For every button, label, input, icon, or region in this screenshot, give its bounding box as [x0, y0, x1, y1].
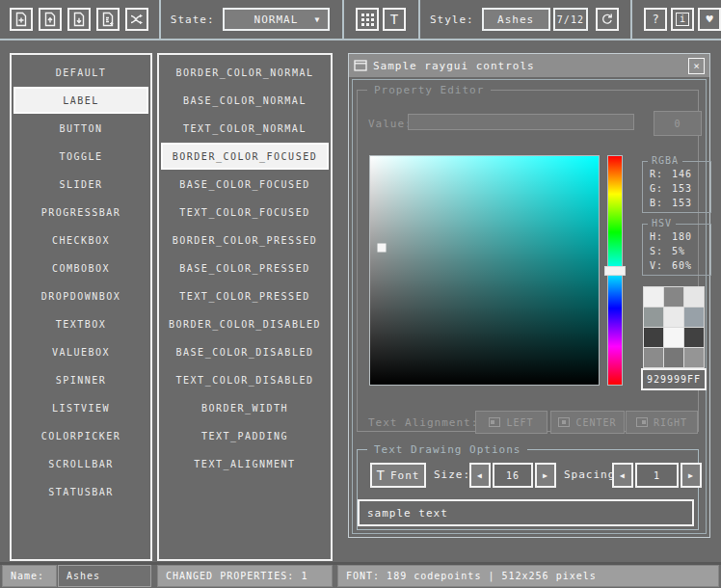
palette-color-cell[interactable] — [684, 307, 704, 327]
property-list-item[interactable]: TEXT_COLOR_FOCUSED — [161, 199, 329, 226]
control-list-item-label: LISTVIEW — [52, 403, 110, 414]
control-list-item[interactable]: CHECKBOX — [13, 227, 148, 254]
control-list-item[interactable]: DEFAULT — [13, 59, 148, 86]
close-icon: × — [693, 60, 700, 72]
property-list-item[interactable]: BASE_COLOR_DISABLED — [161, 338, 329, 365]
palette-color-cell[interactable] — [684, 287, 704, 307]
control-list-item[interactable]: VALUEBOX — [13, 338, 148, 365]
toolbar-separator — [159, 0, 161, 39]
control-list-item-label: SCROLLBAR — [48, 459, 114, 469]
property-list-item[interactable]: BASE_COLOR_PRESSED — [161, 254, 329, 281]
hue-bar[interactable] — [607, 155, 623, 386]
palette-color-cell[interactable] — [644, 287, 663, 307]
rgba-row-g: G:153 — [643, 181, 710, 196]
align-center-icon — [558, 417, 570, 427]
property-list-item[interactable]: TEXT_COLOR_DISABLED — [161, 366, 329, 393]
control-list-item[interactable]: SCROLLBAR — [13, 450, 148, 477]
palette-color-cell[interactable] — [644, 328, 663, 347]
export-style-button[interactable] — [96, 8, 120, 31]
align-right-button[interactable]: RIGHT — [626, 411, 698, 434]
window-titlebar[interactable]: Sample raygui controls × — [349, 54, 709, 77]
palette-color-cell[interactable] — [664, 307, 683, 327]
spacing-decrease-button[interactable]: ◀ — [612, 463, 633, 488]
control-list-item[interactable]: COMBOBOX — [13, 254, 148, 281]
property-list-item[interactable]: TEXT_ALIGNMENT — [161, 450, 329, 477]
control-list-item[interactable]: TEXTBOX — [13, 310, 148, 337]
state-dropdown[interactable]: NORMAL ▼ — [223, 8, 331, 31]
color-picker-panel[interactable] — [369, 155, 600, 386]
state-dropdown-value: NORMAL — [254, 13, 299, 26]
spacing-increase-button[interactable]: ▶ — [681, 463, 702, 488]
r-label: R: — [650, 167, 663, 181]
palette-color-cell[interactable] — [644, 307, 663, 327]
hex-color-textbox[interactable]: 929999FF — [641, 368, 707, 390]
property-list-item[interactable]: BORDER_COLOR_NORMAL — [161, 59, 329, 86]
about-button[interactable]: i — [671, 8, 694, 31]
control-list-item[interactable]: SLIDER — [13, 171, 148, 198]
sponsor-button[interactable]: ♥ — [698, 8, 721, 31]
hsv-row-v: V:60% — [643, 258, 710, 273]
align-left-button[interactable]: LEFT — [475, 411, 547, 434]
help-button[interactable]: ? — [644, 8, 667, 31]
palette-color-cell[interactable] — [664, 348, 683, 367]
property-list-item[interactable]: TEXT_COLOR_NORMAL — [161, 115, 329, 142]
close-window-button[interactable]: × — [688, 58, 705, 74]
control-list-item[interactable]: LISTVIEW — [13, 394, 148, 421]
property-list-item[interactable]: BORDER_COLOR_FOCUSED — [161, 143, 329, 170]
icons-panel-button[interactable] — [356, 8, 379, 31]
spacing-valuebox[interactable]: 1 — [635, 463, 679, 488]
font-button[interactable]: T Font — [370, 463, 426, 488]
control-list-item[interactable]: COLORPICKER — [13, 422, 148, 449]
style-name-input[interactable]: Ashes — [58, 565, 151, 587]
font-panel-button[interactable]: T — [383, 8, 406, 31]
property-list-item[interactable]: BORDER_WIDTH — [161, 394, 329, 421]
control-list-item[interactable]: PROGRESSBAR — [13, 199, 148, 226]
new-file-button[interactable] — [10, 8, 33, 31]
control-list-item[interactable]: SPINNER — [13, 366, 148, 393]
size-increase-button[interactable]: ▶ — [535, 463, 556, 488]
palette-color-cell[interactable] — [684, 348, 704, 367]
palette-color-cell[interactable] — [644, 348, 663, 367]
shuffle-icon — [129, 12, 145, 27]
control-list-item[interactable]: LABEL — [13, 87, 148, 114]
property-list-item[interactable]: TEXT_COLOR_PRESSED — [161, 282, 329, 309]
style-dropdown-value: Ashes — [497, 13, 534, 26]
control-list-item[interactable]: TOGGLE — [13, 143, 148, 170]
color-picker-cursor[interactable] — [377, 243, 386, 252]
property-list-item[interactable]: BASE_COLOR_NORMAL — [161, 87, 329, 114]
palette-color-cell[interactable] — [684, 328, 704, 347]
value-slider[interactable] — [408, 114, 634, 130]
text-alignment-label: Text Alignment: — [368, 416, 478, 429]
palette-color-cell[interactable] — [664, 328, 683, 347]
value-box[interactable]: 0 — [654, 111, 702, 136]
hue-slider-handle[interactable] — [604, 266, 626, 276]
b-label: B: — [650, 196, 663, 210]
save-file-button[interactable] — [67, 8, 91, 31]
randomize-style-button[interactable] — [125, 8, 148, 31]
changed-properties-text: CHANGED PROPERTIES: 1 — [166, 571, 307, 581]
control-list-item[interactable]: DROPDOWNBOX — [13, 282, 148, 309]
property-list-item[interactable]: BORDER_COLOR_DISABLED — [161, 310, 329, 337]
value-label: Value: — [368, 118, 413, 130]
property-list-item-label: TEXT_COLOR_NORMAL — [183, 123, 307, 134]
v-value: 60% — [672, 258, 692, 273]
size-decrease-button[interactable]: ◀ — [469, 463, 491, 488]
property-list-item-label: TEXT_PADDING — [201, 431, 288, 441]
style-dropdown[interactable]: Ashes — [482, 8, 550, 31]
open-file-button[interactable] — [39, 8, 62, 31]
align-center-button[interactable]: CENTER — [550, 411, 625, 434]
reload-style-button[interactable] — [596, 8, 619, 31]
property-list-item-label: TEXT_ALIGNMENT — [194, 459, 295, 469]
open-file-icon — [42, 12, 58, 27]
sample-text-input[interactable]: sample text — [358, 499, 694, 526]
control-list-item[interactable]: STATUSBAR — [13, 478, 148, 505]
property-list-item-label: BORDER_COLOR_DISABLED — [169, 319, 321, 330]
size-valuebox[interactable]: 16 — [493, 463, 533, 488]
control-list-item-label: CHECKBOX — [52, 235, 110, 246]
right-arrow-icon: ▶ — [688, 471, 694, 480]
property-list-item[interactable]: BASE_COLOR_FOCUSED — [161, 171, 329, 198]
control-list-item[interactable]: BUTTON — [13, 115, 148, 142]
property-list-item[interactable]: TEXT_PADDING — [161, 422, 329, 449]
palette-color-cell[interactable] — [664, 287, 683, 307]
property-list-item[interactable]: BORDER_COLOR_PRESSED — [161, 227, 329, 254]
